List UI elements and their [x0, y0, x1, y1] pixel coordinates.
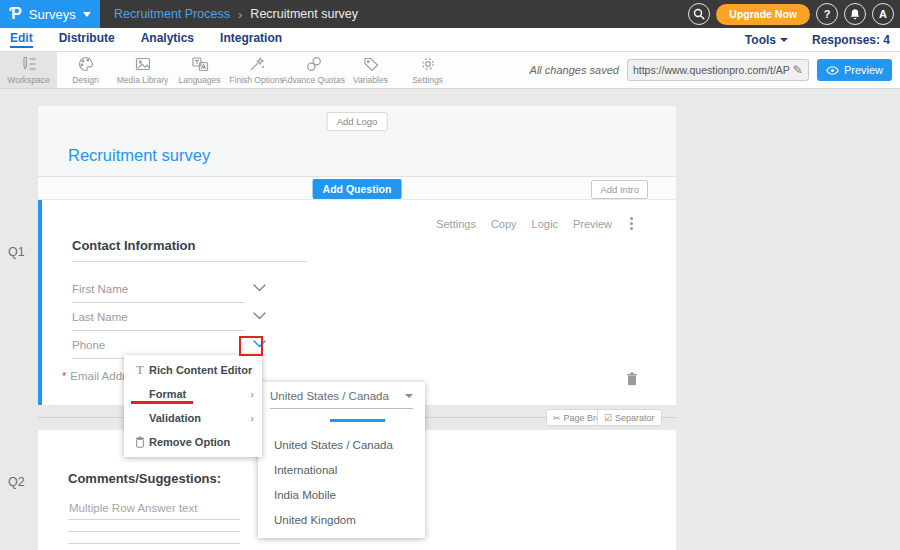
toolbar-item-finish-options[interactable]: Finish Options — [228, 52, 285, 88]
question-settings-link[interactable]: Settings — [436, 218, 476, 230]
product-label: Surveys — [29, 7, 76, 22]
question-copy-link[interactable]: Copy — [491, 218, 517, 230]
survey-url-box: ✎ — [627, 59, 809, 81]
chevron-down-icon — [405, 394, 413, 398]
toolbar-item-label: Media Library — [117, 75, 169, 85]
delete-question-button[interactable] — [626, 372, 638, 386]
survey-header-panel: Add Logo Recruitment survey Add Question… — [38, 106, 676, 199]
menu-item-rich-content-editor[interactable]: T Rich Content Editor — [124, 358, 262, 382]
chevron-down-icon — [83, 12, 91, 17]
editor-toolbar: Workspace Design Media Library Languages… — [0, 52, 900, 89]
breadcrumb: Recruitment Process › Recruitment survey — [114, 7, 358, 22]
toolbar-item-settings[interactable]: Settings — [399, 52, 456, 88]
menu-item-label: Remove Option — [149, 436, 230, 448]
tab-analytics[interactable]: Analytics — [141, 31, 194, 48]
tab-distribute[interactable]: Distribute — [59, 31, 115, 48]
survey-head: Add Logo Recruitment survey — [38, 106, 676, 176]
breadcrumb-folder-link[interactable]: Recruitment Process — [114, 7, 230, 21]
annotation-underline — [131, 401, 193, 404]
search-button[interactable] — [688, 3, 710, 25]
format-option-india-mobile[interactable]: India Mobile — [274, 482, 417, 507]
toolbar-item-media-library[interactable]: Media Library — [114, 52, 171, 88]
add-intro-button[interactable]: Add Intro — [591, 180, 648, 199]
edit-url-icon[interactable]: ✎ — [793, 63, 803, 77]
format-option-us-canada[interactable]: United States / Canada — [274, 432, 417, 457]
workspace-icon — [20, 55, 38, 73]
menu-item-label: Rich Content Editor — [149, 364, 252, 376]
search-icon — [693, 8, 705, 20]
translate-icon — [191, 55, 209, 73]
row-options-context-menu: T Rich Content Editor Format › Validatio… — [124, 355, 262, 457]
question-logic-link[interactable]: Logic — [532, 218, 558, 230]
questionpro-logo-icon: Ƥ — [9, 6, 22, 22]
separator-label: Separator — [615, 413, 655, 423]
chevron-right-icon: › — [250, 388, 254, 400]
chevron-down-icon — [780, 38, 788, 42]
toolbar-item-variables[interactable]: Variables — [342, 52, 399, 88]
survey-url-input[interactable] — [633, 64, 790, 76]
gear-icon — [419, 55, 437, 73]
menu-item-label: Validation — [149, 412, 201, 424]
contact-field-email[interactable]: * Email Addre — [62, 370, 132, 382]
tab-edit[interactable]: Edit — [10, 31, 33, 48]
avatar[interactable]: A — [872, 3, 894, 25]
question-preview-link[interactable]: Preview — [573, 218, 612, 230]
toolbar-item-advance-quotas[interactable]: Advance Quotas — [285, 52, 342, 88]
surveys-product-dropdown[interactable]: Ƥ Surveys — [0, 0, 100, 28]
field-label: Phone — [72, 339, 105, 351]
notifications-button[interactable] — [844, 3, 866, 25]
tools-dropdown[interactable]: Tools — [745, 33, 788, 47]
toolbar-item-label: Workspace — [7, 75, 49, 85]
phone-options-chevron-icon[interactable] — [253, 340, 266, 348]
breadcrumb-current-survey: Recruitment survey — [250, 7, 358, 21]
help-button[interactable]: ? — [816, 3, 838, 25]
survey-title[interactable]: Recruitment survey — [68, 146, 210, 165]
field-options-chevron-icon[interactable] — [253, 312, 266, 320]
breadcrumb-separator: › — [238, 7, 242, 22]
answer-line — [68, 543, 240, 544]
format-selected-value: United States / Canada — [270, 390, 389, 402]
preview-label: Preview — [844, 64, 883, 76]
toolbar-item-workspace[interactable]: Workspace — [0, 52, 57, 88]
format-options-list: United States / Canada International Ind… — [274, 432, 417, 532]
tools-label: Tools — [745, 33, 776, 47]
format-option-international[interactable]: International — [274, 457, 417, 482]
chevron-right-icon: › — [250, 412, 254, 424]
text-editor-icon: T — [132, 363, 148, 378]
format-option-united-kingdom[interactable]: United Kingdom — [274, 507, 417, 532]
add-logo-button[interactable]: Add Logo — [327, 112, 388, 131]
multi-row-answer-placeholder[interactable]: Multiple Row Answer text — [69, 502, 197, 514]
responses-count-link[interactable]: Responses: 4 — [812, 33, 890, 47]
survey-button-row: Add Question Add Intro — [38, 176, 676, 199]
field-options-chevron-icon[interactable] — [253, 284, 266, 292]
more-options-icon[interactable] — [627, 216, 636, 231]
question-number-q2: Q2 — [8, 475, 25, 489]
question-title[interactable]: Contact Information — [72, 238, 196, 253]
toolbar-item-label: Variables — [353, 75, 388, 85]
toolbar-item-design[interactable]: Design — [57, 52, 114, 88]
toolbar-item-label: Languages — [178, 75, 220, 85]
question-number-q1: Q1 — [8, 245, 25, 259]
magic-wand-icon — [248, 55, 266, 73]
preview-button[interactable]: Preview — [817, 59, 892, 81]
question-actions: Settings Copy Logic Preview — [436, 216, 636, 231]
toolbar-item-label: Finish Options — [229, 75, 283, 85]
autosave-status: All changes saved — [530, 64, 619, 76]
toolbar-item-label: Advance Quotas — [282, 75, 345, 85]
contact-field-first-name[interactable]: First Name — [72, 276, 245, 303]
tab-integration[interactable]: Integration — [220, 31, 282, 48]
menu-item-validation[interactable]: Validation › — [124, 406, 262, 430]
field-label: Last Name — [72, 311, 128, 323]
add-question-button[interactable]: Add Question — [313, 179, 402, 199]
menu-tabs: Edit Distribute Analytics Integration — [0, 31, 282, 48]
question-title[interactable]: Comments/Suggestions: — [68, 471, 221, 486]
format-select[interactable]: United States / Canada — [270, 390, 413, 409]
answer-line — [68, 531, 240, 532]
contact-field-last-name[interactable]: Last Name — [72, 304, 245, 331]
answer-line — [68, 519, 240, 520]
trash-icon — [132, 436, 148, 448]
menu-item-remove-option[interactable]: Remove Option — [124, 430, 262, 454]
separator-button[interactable]: ☑ Separator — [597, 409, 662, 426]
upgrade-now-button[interactable]: Upgrade Now — [716, 4, 810, 25]
toolbar-item-languages[interactable]: Languages — [171, 52, 228, 88]
